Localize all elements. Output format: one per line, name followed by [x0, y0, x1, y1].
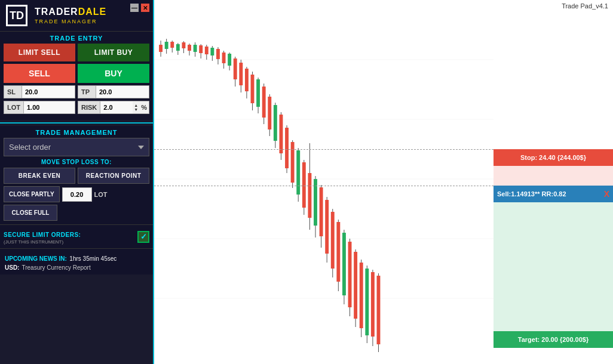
svg-rect-33: [234, 58, 237, 79]
logo-initials: TD: [10, 10, 24, 21]
lot-label: LOT: [4, 101, 24, 113]
break-even-button[interactable]: BREAK EVEN: [4, 168, 75, 184]
sell-level: Sell:1.14913** RR:0.82 X: [494, 186, 613, 202]
risk-down-arrow[interactable]: ▼: [134, 107, 138, 112]
panel-divider-1: [0, 122, 153, 124]
risk-group: RISK 2.0 ▲ ▼ %: [78, 101, 149, 114]
risk-up-arrow[interactable]: ▲: [134, 103, 138, 107]
sell-button[interactable]: SELL: [4, 64, 75, 83]
risk-value[interactable]: 2.0: [100, 101, 133, 113]
secure-sublabel: (JUST THIS INSTRUMENT): [4, 239, 81, 245]
risk-pct-label: %: [139, 101, 149, 113]
close-full-row: CLOSE FULL: [4, 205, 149, 221]
close-partly-row: CLOSE PARTLY LOT: [4, 186, 149, 202]
limit-btn-row: LIMIT SELL LIMIT BUY: [4, 44, 149, 61]
svg-rect-77: [360, 263, 363, 328]
svg-rect-51: [285, 128, 289, 168]
check-mark-icon: ✓: [140, 232, 147, 241]
svg-rect-13: [176, 44, 180, 51]
news-upcoming-label: UPCOMING NEWS IN:: [5, 255, 67, 262]
sl-label: SL: [4, 86, 22, 98]
target-label: Target: 20.00 {200.00$}: [518, 336, 589, 343]
sell-label: Sell:1.14913** RR:0.82: [497, 190, 566, 198]
news-usd-row: USD: Treasury Currency Report: [5, 264, 148, 271]
svg-rect-31: [228, 54, 231, 66]
risk-zone: [494, 166, 613, 186]
svg-rect-17: [188, 45, 191, 51]
svg-rect-69: [336, 222, 340, 282]
svg-rect-27: [216, 49, 220, 59]
stop-level: Stop: 24.40 {244.00$}: [494, 149, 613, 166]
svg-rect-37: [245, 69, 249, 91]
svg-rect-45: [268, 97, 271, 129]
target-level: Target: 20.00 {200.00$}: [494, 331, 613, 348]
svg-rect-25: [210, 48, 214, 55]
svg-rect-7: [159, 45, 163, 52]
tp-label: TP: [78, 86, 96, 98]
news-upcoming-row: UPCOMING NEWS IN: 1hrs 35min 45sec: [5, 252, 148, 263]
sl-group: SL 20.0: [4, 85, 75, 98]
secure-label: SECURE LIMIT ORDERS:: [4, 232, 81, 238]
minimize-button[interactable]: —: [130, 4, 139, 12]
trade-management-header: TRADE MANAGEMENT: [0, 126, 153, 138]
candlestick-chart: [154, 0, 494, 364]
limit-sell-button[interactable]: LIMIT SELL: [4, 44, 75, 61]
svg-rect-9: [165, 42, 168, 49]
risk-label: RISK: [78, 101, 100, 113]
tp-value[interactable]: 20.0: [96, 86, 149, 98]
svg-rect-19: [194, 45, 197, 52]
reward-zone: [494, 202, 613, 331]
logo-td: TD: [6, 5, 30, 26]
price-levels: Stop: 24.40 {244.00$} Sell:1.14913** RR:…: [494, 0, 613, 364]
select-order-dropdown[interactable]: Select order: [4, 138, 149, 156]
main-container: — ✕ TD TRADERDALE TRADE MANAGER TRADE EN…: [0, 0, 613, 364]
svg-rect-79: [365, 269, 369, 335]
trade-management-section: Select order MOVE STOP LOSS TO: BREAK EV…: [0, 138, 153, 224]
sell-close-button[interactable]: X: [604, 189, 609, 199]
logo-name: TRADERDALE TRADE MANAGER: [35, 7, 106, 24]
break-even-reaction-row: BREAK EVEN REACTION POINT: [4, 168, 149, 184]
svg-rect-11: [170, 42, 174, 48]
news-usd-label: USD:: [5, 264, 19, 271]
stop-dashed-line: [154, 149, 494, 150]
svg-rect-73: [348, 242, 352, 307]
svg-rect-59: [308, 173, 311, 218]
svg-rect-0: [154, 0, 494, 364]
left-panel: — ✕ TD TRADERDALE TRADE MANAGER TRADE EN…: [0, 0, 154, 364]
svg-rect-29: [222, 53, 226, 63]
close-partly-lot-input[interactable]: [62, 187, 92, 202]
lot-risk-row: LOT 1.00 RISK 2.0 ▲ ▼ %: [4, 101, 149, 114]
sl-value[interactable]: 20.0: [22, 86, 75, 98]
svg-rect-53: [291, 142, 295, 183]
risk-arrows[interactable]: ▲ ▼: [134, 103, 138, 112]
logo-subtitle: TRADE MANAGER: [35, 18, 106, 24]
stop-label: Stop: 24.40 {244.00$}: [520, 154, 586, 161]
move-stop-label: MOVE STOP LOSS TO:: [4, 159, 149, 165]
close-partly-button[interactable]: CLOSE PARTLY: [4, 186, 60, 202]
news-usd-value: Treasury Currency Report: [22, 264, 90, 271]
close-full-button[interactable]: CLOSE FULL: [4, 205, 57, 221]
svg-rect-41: [256, 79, 260, 107]
window-controls: — ✕: [130, 4, 149, 12]
close-button[interactable]: ✕: [141, 4, 149, 12]
tp-group: TP 20.0: [78, 85, 149, 98]
svg-rect-57: [302, 162, 306, 208]
buy-button[interactable]: BUY: [78, 64, 149, 83]
svg-rect-47: [274, 105, 277, 141]
secure-text-group: SECURE LIMIT ORDERS: (JUST THIS INSTRUME…: [4, 229, 81, 245]
lot-value[interactable]: 1.00: [24, 101, 75, 113]
news-timer: 1hrs 35min 45sec: [69, 255, 117, 262]
svg-rect-81: [371, 272, 375, 337]
svg-rect-65: [325, 200, 329, 254]
secure-checkbox[interactable]: ✓: [137, 231, 149, 243]
limit-buy-button[interactable]: LIMIT BUY: [78, 44, 149, 61]
svg-rect-49: [279, 115, 283, 153]
secure-row: SECURE LIMIT ORDERS: (JUST THIS INSTRUME…: [0, 224, 153, 248]
svg-rect-21: [199, 45, 203, 53]
logo-dale: DALE: [78, 7, 107, 17]
sl-tp-row: SL 20.0 TP 20.0: [4, 85, 149, 98]
reaction-point-button[interactable]: REACTION POINT: [78, 168, 149, 184]
svg-rect-67: [331, 212, 335, 269]
logo-brand: TRADERDALE: [35, 7, 106, 17]
svg-rect-63: [320, 187, 323, 236]
